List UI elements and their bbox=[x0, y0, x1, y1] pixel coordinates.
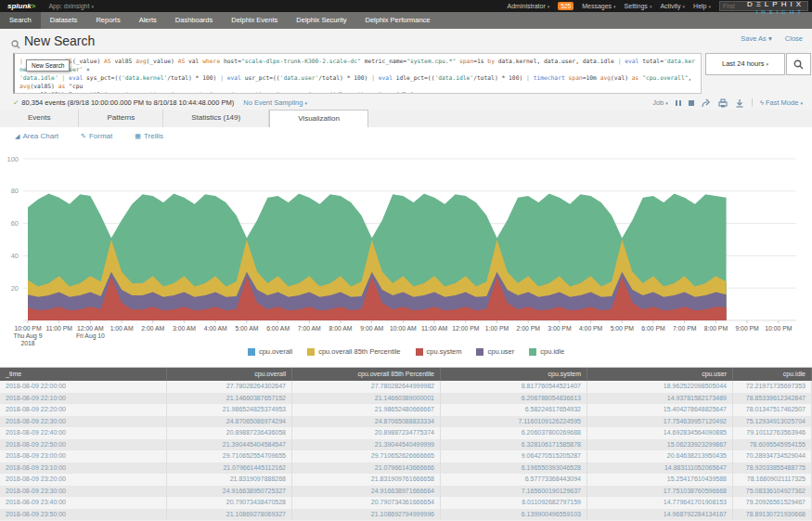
table-cell[interactable]: 21.10869278069327 bbox=[167, 509, 292, 521]
table-cell[interactable]: 20.79073438470528 bbox=[167, 497, 292, 509]
table-cell[interactable]: 27.78028264302647 bbox=[167, 381, 292, 393]
print-icon[interactable] bbox=[718, 98, 728, 108]
table-cell[interactable]: 78.16809021117325 bbox=[733, 474, 812, 486]
table-cell[interactable]: 6.328106171585878 bbox=[441, 439, 587, 451]
table-cell[interactable]: 14.692834564090885 bbox=[587, 427, 733, 439]
table-cell[interactable]: 21.831909761666658 bbox=[292, 474, 441, 486]
run-search-button[interactable] bbox=[786, 53, 811, 75]
table-cell[interactable]: 20.64638213950435 bbox=[587, 450, 733, 462]
table-cell[interactable]: 27.780282644999982 bbox=[292, 381, 441, 393]
table-cell[interactable]: 20.89887236436058 bbox=[167, 427, 292, 439]
topbar-menu-messages[interactable]: Messages▾ bbox=[582, 3, 615, 9]
table-cell[interactable]: 78.01347517462507 bbox=[733, 404, 812, 416]
pause-job-icon[interactable] bbox=[676, 100, 681, 106]
table-cell[interactable]: 6.206037800269688 bbox=[441, 427, 587, 439]
table-cell[interactable]: 21.108692794999996 bbox=[292, 509, 441, 521]
column-header-cpu-idle[interactable]: cpu.idle bbox=[733, 368, 812, 381]
nav-item-reports[interactable]: Reports bbox=[86, 12, 129, 29]
column-header-cpu-system[interactable]: cpu.system bbox=[441, 368, 587, 381]
table-cell[interactable]: 2018-08-09 22:50:00 bbox=[0, 439, 167, 451]
column-header-cpu-overall-85th-Percentile[interactable]: cpu.overall 85th Percentile bbox=[292, 368, 441, 381]
save-as-button[interactable]: Save As ▾ bbox=[729, 34, 771, 43]
trellis-button[interactable]: ▦Trellis bbox=[135, 132, 163, 140]
table-cell[interactable]: 2018-08-09 23:20:00 bbox=[0, 474, 167, 486]
table-cell[interactable]: 24.916638950725327 bbox=[167, 486, 292, 498]
nav-item-alerts[interactable]: Alerts bbox=[130, 12, 166, 29]
legend-item-cpu-system[interactable]: cpu.system bbox=[416, 347, 462, 356]
table-cell[interactable]: 6.57773368443094 bbox=[441, 474, 587, 486]
table-cell[interactable]: 70.28934734529044 bbox=[733, 450, 812, 462]
topbar-menu-administrator[interactable]: Administrator▾ bbox=[508, 3, 550, 9]
table-cell[interactable]: 72.21971735697353 bbox=[733, 381, 812, 393]
tab-statistics-149-[interactable]: Statistics (149) bbox=[163, 110, 269, 127]
table-cell[interactable]: 6.196550393046528 bbox=[441, 462, 587, 475]
time-range-picker[interactable]: Last 24 hours ▾ bbox=[705, 53, 785, 75]
nav-item-dashboards[interactable]: Dashboards bbox=[166, 12, 222, 29]
table-cell[interactable]: 21.14660387657152 bbox=[167, 393, 292, 405]
table-cell[interactable]: 15.06233923299867 bbox=[587, 439, 733, 451]
table-cell[interactable]: 17.754639957120492 bbox=[587, 416, 733, 428]
table-cell[interactable]: 18.962522098505044 bbox=[587, 381, 733, 393]
table-cell[interactable]: 24.87065086974294 bbox=[167, 416, 292, 428]
close-button[interactable]: Close bbox=[785, 34, 803, 43]
legend-item-cpu-idle[interactable]: cpu.idle bbox=[529, 347, 564, 356]
messages-badge[interactable]: 525 bbox=[558, 2, 574, 10]
nav-item-datasets[interactable]: Datasets bbox=[41, 12, 87, 29]
topbar-menu-help[interactable]: Help▾ bbox=[693, 3, 711, 9]
table-cell[interactable]: 14.779641701908153 bbox=[587, 497, 733, 509]
legend-item-cpu-overall[interactable]: cpu.overall bbox=[248, 347, 292, 356]
table-cell[interactable]: 21.07966143666666 bbox=[292, 462, 441, 475]
table-cell[interactable]: 21.14660389000001 bbox=[292, 393, 441, 405]
column-header-cpu-user[interactable]: cpu.user bbox=[587, 368, 733, 381]
nav-item-delphix-security[interactable]: Delphix Security bbox=[287, 12, 355, 29]
table-cell[interactable]: 2018-08-09 23:00:00 bbox=[0, 450, 167, 462]
table-cell[interactable]: 6.011092682797159 bbox=[441, 497, 587, 509]
table-cell[interactable]: 29.710652626666665 bbox=[292, 450, 441, 462]
table-cell[interactable]: 79.10112763563946 bbox=[733, 427, 812, 439]
table-cell[interactable]: 2018-08-09 23:30:00 bbox=[0, 486, 167, 498]
table-cell[interactable]: 79.20926561529467 bbox=[733, 497, 812, 509]
table-cell[interactable]: 21.8319097888268 bbox=[167, 474, 292, 486]
table-cell[interactable]: 75.08336104927362 bbox=[733, 486, 812, 498]
table-cell[interactable]: 8.817760544521407 bbox=[441, 381, 587, 393]
table-cell[interactable]: 15.25417610439588 bbox=[587, 474, 733, 486]
table-cell[interactable]: 21.98652480666667 bbox=[292, 404, 441, 416]
table-cell[interactable]: 6.58224617654932 bbox=[441, 404, 587, 416]
table-cell[interactable]: 78.92033855488775 bbox=[733, 462, 812, 475]
table-cell[interactable]: 2018-08-09 22:10:00 bbox=[0, 393, 167, 405]
table-cell[interactable]: 15.404278648825647 bbox=[587, 404, 733, 416]
search-mode-menu[interactable]: ϟ Fast Mode ▾ bbox=[760, 98, 803, 107]
legend-item-cpu-overall-85th-Percentile[interactable]: cpu.overall 85th Percentile bbox=[307, 347, 400, 356]
table-cell[interactable]: 21.39044540499999 bbox=[292, 439, 441, 451]
table-cell[interactable]: 2018-08-09 23:10:00 bbox=[0, 462, 167, 475]
event-sampling-menu[interactable]: No Event Sampling ▾ bbox=[243, 98, 307, 107]
tab-events[interactable]: Events bbox=[0, 110, 79, 127]
column-header--time[interactable]: _time bbox=[0, 368, 167, 381]
topbar-menu-activity[interactable]: Activity▾ bbox=[660, 3, 685, 9]
app-menu[interactable]: App: dxinsight▾ bbox=[48, 3, 94, 9]
table-cell[interactable]: 24.87065088833334 bbox=[292, 416, 441, 428]
table-cell[interactable]: 21.079661445112162 bbox=[167, 462, 292, 475]
stop-job-icon[interactable] bbox=[689, 100, 694, 106]
table-cell[interactable]: 24.916638971666664 bbox=[292, 486, 441, 498]
table-cell[interactable]: 7.165600190129637 bbox=[441, 486, 587, 498]
table-cell[interactable]: 2018-08-09 22:40:00 bbox=[0, 427, 167, 439]
table-cell[interactable]: 78.6095545954155 bbox=[733, 439, 812, 451]
nav-item-search[interactable]: Search bbox=[0, 12, 41, 29]
table-cell[interactable]: 2018-08-09 22:20:00 bbox=[0, 404, 167, 416]
nav-item-delphix-events[interactable]: Delphix Events bbox=[222, 12, 287, 29]
tab-visualization[interactable]: Visualization bbox=[269, 110, 368, 128]
splunk-logo[interactable]: splunk> bbox=[7, 2, 35, 10]
chart-type-button[interactable]: ◢Area Chart bbox=[15, 132, 58, 140]
table-cell[interactable]: 2018-08-09 23:50:00 bbox=[0, 509, 167, 521]
format-button[interactable]: ✎Format bbox=[81, 132, 112, 140]
table-cell[interactable]: 20.89887234775374 bbox=[292, 427, 441, 439]
table-cell[interactable]: 78.89130721930668 bbox=[733, 509, 812, 521]
table-cell[interactable]: 21.986524825374953 bbox=[167, 404, 292, 416]
share-icon[interactable] bbox=[702, 98, 711, 108]
job-menu[interactable]: Job ▾ bbox=[652, 98, 668, 107]
nav-item-delphix-performance[interactable]: Delphix Performance bbox=[356, 12, 440, 29]
table-cell[interactable]: 21.390445404584547 bbox=[167, 439, 292, 451]
topbar-menu-settings[interactable]: Settings▾ bbox=[625, 3, 652, 9]
table-cell[interactable]: 6.206788054836613 bbox=[441, 393, 587, 405]
